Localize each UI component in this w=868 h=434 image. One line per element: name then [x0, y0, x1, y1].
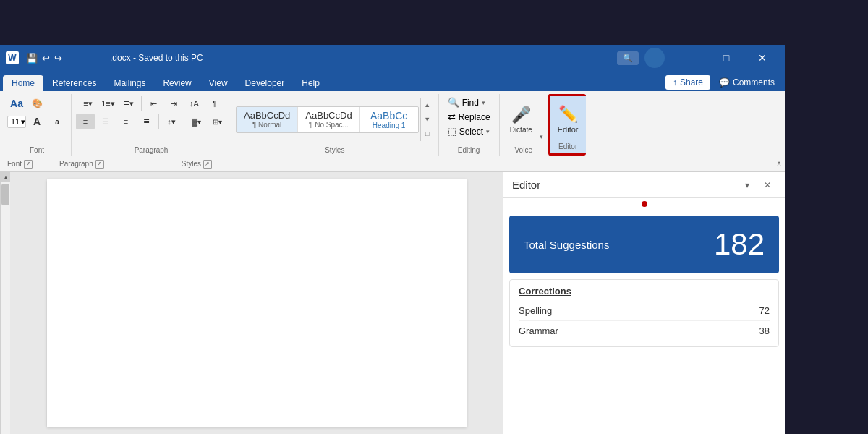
style-no-spacing[interactable]: AaBbCcDd ¶ No Spac... — [298, 107, 359, 132]
voice-group-label: Voice — [514, 145, 532, 156]
redo-icon[interactable]: ↪ — [54, 53, 62, 64]
word-icon: W — [6, 51, 19, 64]
paragraph-group: ≡▾ 1≡▾ ≣▾ ⇤ ⇥ ↕A ¶ ≡ ☰ ≡ ≣ ↕▾ — [72, 94, 231, 156]
editor-score-card: Total Suggestions 182 — [509, 216, 779, 273]
restore-button[interactable]: □ — [710, 46, 743, 69]
font-dialog-icon[interactable]: ↗ — [24, 160, 33, 169]
scrollbar-thumb[interactable] — [1, 184, 9, 205]
corrections-title: Corrections — [519, 286, 770, 297]
editing-group-label: Editing — [458, 145, 480, 156]
styles-group: AaBbCcDd ¶ Normal AaBbCcDd ¶ No Spac... … — [231, 94, 439, 156]
align-left-btn[interactable]: ≡ — [76, 114, 95, 129]
document-title: .docx - Saved to this PC — [110, 53, 203, 63]
editor-panel: Editor ▾ ✕ Total Suggestions 182 Correct… — [503, 172, 785, 434]
document-area — [10, 172, 503, 434]
align-right-btn[interactable]: ≡ — [116, 114, 135, 129]
editor-group-label: Editor — [558, 141, 577, 152]
undo-icon[interactable]: ↩ — [42, 53, 50, 64]
collapse-ribbon-btn[interactable]: ∧ — [776, 159, 782, 169]
title-search-bar[interactable]: 🔍 — [617, 51, 639, 65]
multilevel-list-btn[interactable]: ≣▾ — [119, 95, 138, 111]
editor-panel-title: Editor — [512, 179, 540, 191]
score-label: Total Suggestions — [524, 239, 609, 251]
tab-view[interactable]: View — [200, 75, 237, 91]
minimize-button[interactable]: – — [673, 46, 707, 69]
paragraph-label-item: Paragraph ↗ — [38, 160, 109, 169]
justify-btn[interactable]: ≣ — [137, 114, 156, 129]
profile-avatar[interactable] — [644, 48, 665, 68]
styles-expand-btn[interactable]: □ — [421, 127, 434, 141]
font-shrink-btn[interactable]: a — [48, 114, 67, 129]
styles-scroll: ▲ ▼ □ — [420, 98, 434, 141]
editor-panel-dropdown-btn[interactable]: ▾ — [739, 176, 756, 194]
sort-btn[interactable]: ↕A — [185, 95, 204, 111]
editor-ribbon-button[interactable]: ✏️ Editor — [552, 102, 584, 137]
align-center-btn[interactable]: ☰ — [96, 114, 115, 129]
increase-indent-btn[interactable]: ⇥ — [165, 95, 184, 111]
style-normal[interactable]: AaBbCcDd ¶ Normal — [237, 107, 298, 132]
dictate-button[interactable]: 🎤 Dictate — [504, 103, 538, 137]
select-icon: ⬚ — [448, 126, 456, 137]
styles-dialog-icon[interactable]: ↗ — [203, 160, 212, 169]
font-style-a-btn[interactable]: Aa — [7, 95, 26, 111]
editing-group: 🔍 Find ▾ ⇄ Replace ⬚ Select ▾ Editing — [439, 94, 500, 156]
find-button[interactable]: 🔍 Find ▾ — [443, 95, 490, 109]
title-bar: W 💾 ↩ ↪ .docx - Saved to this PC 🔍 – □ ✕ — [0, 45, 785, 71]
tab-review[interactable]: Review — [154, 75, 200, 91]
scrollbar-track — [1, 182, 10, 434]
ribbon: Aa 🎨 11 ▾ A a Font ≡▾ — [0, 91, 785, 156]
font-group: Aa 🎨 11 ▾ A a Font — [3, 94, 72, 156]
dictate-arrow-icon[interactable]: ▾ — [540, 133, 543, 140]
score-number: 182 — [714, 227, 765, 262]
style-heading1[interactable]: AaBbCc Heading 1 — [360, 107, 418, 132]
tab-help[interactable]: Help — [293, 75, 328, 91]
styles-gallery: AaBbCcDd ¶ Normal AaBbCcDd ¶ No Spac... … — [236, 106, 419, 133]
font-group-label: Font — [30, 145, 44, 156]
save-icon[interactable]: 💾 — [26, 53, 38, 64]
share-icon: ↑ — [673, 77, 677, 88]
decrease-indent-btn[interactable]: ⇤ — [145, 95, 163, 111]
styles-scroll-down-btn[interactable]: ▼ — [421, 112, 434, 127]
numbered-list-btn[interactable]: 1≡▾ — [99, 95, 118, 111]
dictate-label: Dictate — [510, 126, 532, 134]
tab-references[interactable]: References — [43, 75, 105, 91]
microphone-icon: 🎤 — [511, 106, 531, 124]
border-btn[interactable]: ⊞▾ — [208, 114, 226, 129]
shading-btn[interactable]: ▓▾ — [187, 114, 206, 129]
editor-ribbon-label: Editor — [558, 125, 579, 134]
find-icon: 🔍 — [448, 97, 459, 108]
font-color-picker-btn[interactable]: 🎨 — [27, 95, 46, 111]
scroll-up-btn[interactable]: ▲ — [1, 172, 11, 182]
main-area: ▲ Editor ▾ ✕ Total Suggestions 1 — [0, 172, 785, 434]
tab-home[interactable]: Home — [3, 75, 43, 91]
correction-spelling-count: 72 — [760, 305, 770, 316]
comments-button[interactable]: 💬 Comments — [712, 75, 782, 90]
editor-panel-header: Editor ▾ ✕ — [503, 172, 785, 198]
replace-icon: ⇄ — [448, 111, 456, 122]
show-formatting-btn[interactable]: ¶ — [205, 95, 224, 111]
correction-grammar-count: 38 — [760, 326, 770, 336]
line-spacing-btn[interactable]: ↕▾ — [162, 114, 181, 129]
chevron-icon: ▾ — [21, 117, 25, 127]
search-icon: 🔍 — [623, 54, 633, 63]
replace-button[interactable]: ⇄ Replace — [443, 110, 495, 124]
paragraph-dialog-icon[interactable]: ↗ — [95, 160, 104, 169]
share-button[interactable]: ↑ Share — [665, 75, 710, 90]
paragraph-group-label: Paragraph — [135, 145, 169, 156]
correction-spelling-row[interactable]: Spelling 72 — [519, 301, 770, 321]
styles-scroll-up-btn[interactable]: ▲ — [421, 98, 434, 112]
close-button[interactable]: ✕ — [746, 46, 779, 69]
document-page[interactable] — [47, 179, 467, 427]
select-button[interactable]: ⬚ Select ▾ — [443, 124, 494, 138]
ribbon-labels-bar: Font ↗ Paragraph ↗ Styles ↗ ∧ — [0, 156, 785, 172]
tab-developer[interactable]: Developer — [237, 75, 294, 91]
correction-grammar-row[interactable]: Grammar 38 — [519, 321, 770, 341]
font-size-dropdown[interactable]: 11 ▾ — [7, 116, 26, 128]
editor-panel-close-btn[interactable]: ✕ — [759, 176, 776, 194]
vertical-scrollbar[interactable]: ▲ — [0, 172, 10, 434]
find-arrow-icon: ▾ — [482, 99, 485, 106]
font-grow-btn[interactable]: A — [27, 114, 46, 129]
tab-mailings[interactable]: Mailings — [105, 75, 154, 91]
styles-group-label: Styles — [325, 145, 344, 156]
bullet-list-btn[interactable]: ≡▾ — [79, 95, 98, 111]
